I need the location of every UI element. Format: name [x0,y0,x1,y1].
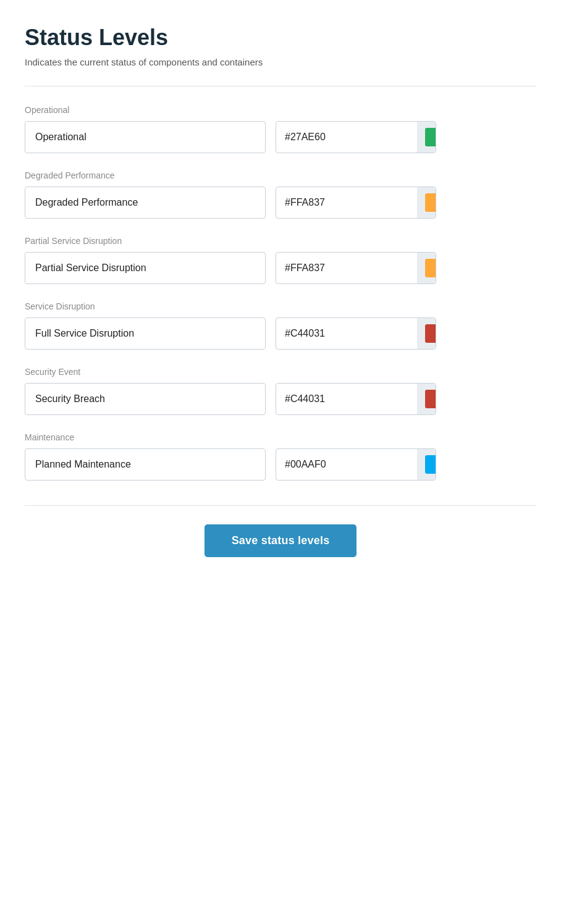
color-swatch-button-maintenance[interactable] [417,449,436,480]
status-levels-container: OperationalDegraded PerformancePartial S… [25,105,536,481]
save-button-container: Save status levels [25,524,536,557]
color-text-input-operational[interactable] [276,122,417,153]
color-swatch-partial-service-disruption [425,259,436,277]
color-input-wrapper-partial-service-disruption [276,252,436,284]
status-name-input-security-event[interactable] [25,383,266,415]
color-swatch-button-service-disruption[interactable] [417,318,436,349]
color-swatch-service-disruption [425,324,436,343]
color-swatch-degraded-performance [425,193,436,212]
status-level-label-partial-service-disruption: Partial Service Disruption [25,236,536,246]
color-swatch-maintenance [425,455,436,474]
status-level-group-operational: Operational [25,105,536,153]
color-input-wrapper-maintenance [276,448,436,481]
status-level-group-service-disruption: Service Disruption [25,301,536,350]
status-name-input-operational[interactable] [25,121,266,153]
color-input-wrapper-degraded-performance [276,187,436,219]
status-name-input-service-disruption[interactable] [25,317,266,350]
bottom-divider [25,505,536,506]
status-level-label-operational: Operational [25,105,536,115]
color-swatch-operational [425,128,436,146]
status-level-label-service-disruption: Service Disruption [25,301,536,311]
color-swatch-button-partial-service-disruption[interactable] [417,253,436,284]
status-level-row-maintenance [25,448,536,481]
color-text-input-maintenance[interactable] [276,449,417,480]
color-swatch-button-security-event[interactable] [417,384,436,414]
status-level-row-operational [25,121,536,153]
color-text-input-security-event[interactable] [276,384,417,414]
color-swatch-button-operational[interactable] [417,122,436,153]
color-text-input-degraded-performance[interactable] [276,187,417,218]
status-level-row-security-event [25,383,536,415]
status-level-label-security-event: Security Event [25,367,536,377]
save-status-levels-button[interactable]: Save status levels [205,524,357,557]
page-title: Status Levels [25,25,536,51]
status-level-group-partial-service-disruption: Partial Service Disruption [25,236,536,284]
status-level-group-maintenance: Maintenance [25,432,536,481]
color-input-wrapper-security-event [276,383,436,415]
status-name-input-partial-service-disruption[interactable] [25,252,266,284]
top-divider [25,86,536,86]
color-swatch-security-event [425,390,436,408]
color-input-wrapper-operational [276,121,436,153]
color-input-wrapper-service-disruption [276,317,436,350]
status-level-row-service-disruption [25,317,536,350]
color-swatch-button-degraded-performance[interactable] [417,187,436,218]
status-level-label-degraded-performance: Degraded Performance [25,170,536,180]
status-name-input-maintenance[interactable] [25,448,266,481]
status-level-group-security-event: Security Event [25,367,536,415]
status-name-input-degraded-performance[interactable] [25,187,266,219]
color-text-input-service-disruption[interactable] [276,318,417,349]
status-level-group-degraded-performance: Degraded Performance [25,170,536,219]
color-text-input-partial-service-disruption[interactable] [276,253,417,284]
page-subtitle: Indicates the current status of componen… [25,57,536,67]
status-level-row-partial-service-disruption [25,252,536,284]
status-level-label-maintenance: Maintenance [25,432,536,442]
status-level-row-degraded-performance [25,187,536,219]
